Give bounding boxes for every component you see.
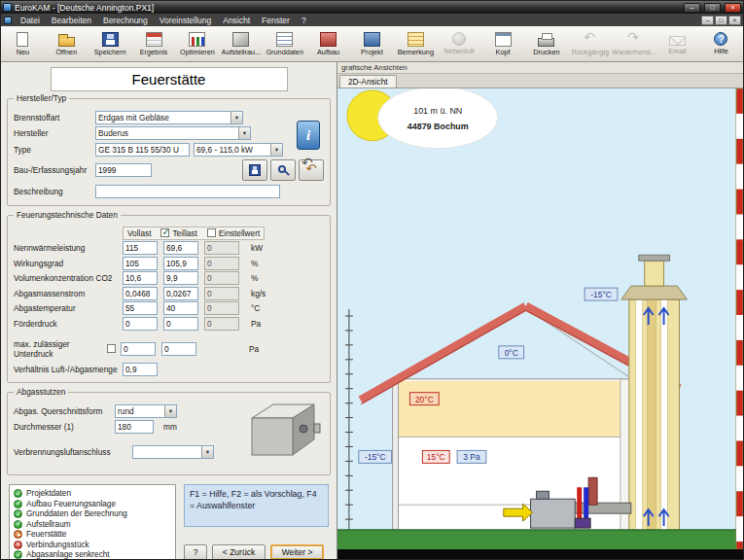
vollast-input[interactable] — [123, 287, 158, 300]
beschreibung-input[interactable] — [95, 185, 280, 198]
toolbar-button[interactable]: Bemerkung — [394, 26, 438, 61]
brennstoffart-select[interactable]: Erdgas mit Gebläse ▼ — [95, 111, 243, 124]
teillast-input[interactable] — [163, 317, 198, 331]
vollast-input[interactable] — [123, 317, 158, 331]
svg-text:15°C: 15°C — [427, 452, 445, 462]
toolbar-button[interactable]: Projekt — [350, 26, 394, 61]
menu-item[interactable]: Datei — [15, 14, 46, 26]
toolbar-button[interactable]: Speichern — [89, 26, 132, 61]
wizard-step[interactable]: Grunddaten der Berechnung — [14, 509, 171, 518]
unterdruck-input-1[interactable] — [121, 342, 156, 356]
teillast-header: Teillast — [172, 228, 196, 238]
durchmesser-input[interactable] — [115, 420, 154, 434]
chevron-down-icon[interactable]: ▼ — [270, 144, 282, 156]
temperature-label-outside: -15°C — [359, 450, 392, 463]
wizard-step[interactable]: Projektdaten — [14, 489, 171, 498]
chevron-down-icon[interactable]: ▼ — [238, 127, 250, 139]
toolbar-button[interactable]: Ergebnis — [132, 26, 176, 61]
minimize-button[interactable]: – — [684, 3, 700, 13]
toolbar-button[interactable]: Öffnen — [45, 26, 89, 61]
toolbar: Neu Öffnen Speichern Ergebnis Optimieren — [1, 26, 743, 62]
menu-item[interactable]: Bearbeiten — [46, 14, 97, 26]
help-button[interactable]: ? — [184, 544, 207, 559]
menu-item[interactable]: Berechnung — [97, 14, 154, 26]
unterdruck-input-2[interactable] — [161, 342, 196, 356]
back-button[interactable]: < Zurück — [212, 544, 266, 559]
unit-label: °C — [251, 303, 260, 313]
vollast-input[interactable] — [123, 301, 158, 315]
einstellwert-input — [204, 287, 239, 300]
mdi-close-button[interactable]: × — [728, 16, 741, 25]
hersteller-label: Hersteller — [14, 128, 91, 138]
step-status-icon — [14, 550, 22, 559]
wizard-step[interactable]: Abgasanlage senkrecht — [14, 550, 171, 559]
vollast-input[interactable] — [123, 271, 158, 285]
menu-item[interactable]: ? — [296, 14, 312, 26]
teillast-input[interactable] — [163, 287, 198, 300]
menu-item[interactable]: Ansicht — [217, 14, 256, 26]
teillast-input[interactable] — [163, 241, 198, 255]
view-tabs: 2D-Ansicht — [337, 74, 743, 88]
tab-2d-ansicht[interactable]: 2D-Ansicht — [339, 75, 397, 88]
save-record-button[interactable] — [242, 159, 267, 181]
next-button[interactable]: Weiter > — [270, 544, 324, 559]
toolbar-button[interactable]: Nebenluft — [438, 26, 481, 61]
chevron-down-icon[interactable]: ▼ — [230, 112, 242, 123]
teillast-checkbox[interactable] — [160, 228, 169, 237]
vollast-input[interactable] — [123, 257, 158, 270]
toolbar-button[interactable]: Wiederherst... — [612, 26, 655, 61]
svg-text:-15°C: -15°C — [590, 290, 612, 299]
toolbar-button[interactable]: Aufstellrau... — [219, 26, 263, 61]
mdi-minimize-button[interactable]: – — [701, 16, 714, 25]
room-icon — [232, 32, 249, 47]
unterdruck-checkbox[interactable] — [107, 344, 116, 353]
menu-item[interactable]: Fenster — [256, 14, 296, 26]
vollast-input[interactable] — [123, 241, 158, 255]
type-input[interactable] — [95, 143, 190, 157]
baujahr-input[interactable] — [95, 163, 152, 177]
toolbar-button[interactable]: Grunddaten — [263, 26, 306, 61]
teillast-input[interactable] — [163, 257, 198, 270]
wizard-step[interactable]: Aufbau Feuerungsanlage — [14, 500, 171, 508]
chevron-down-icon[interactable]: ▼ — [164, 405, 176, 417]
toolbar-button-label: Bemerkung — [398, 48, 434, 56]
toolbar-button-label: Kopf — [496, 48, 511, 56]
wizard-step[interactable]: Aufstellraum — [14, 520, 171, 529]
type-range-select[interactable]: 69,6 - 115,0 kW ▼ — [194, 143, 283, 157]
temperature-label-attic: 0°C — [499, 346, 524, 359]
close-button[interactable]: × — [725, 3, 741, 13]
menu-item[interactable]: Voreinstellung — [154, 14, 217, 26]
group-legend: Hersteller/Typ — [14, 93, 69, 103]
toolbar-button[interactable]: Hilfe — [699, 26, 743, 61]
wizard-step[interactable]: Feuerstätte — [14, 530, 171, 539]
hersteller-select[interactable]: Buderus ▼ — [95, 126, 251, 140]
verhaeltnis-input[interactable] — [123, 363, 158, 376]
toolbar-button[interactable]: Aufbau — [306, 26, 350, 61]
querschnittsform-select[interactable]: rund ▼ — [115, 404, 177, 418]
toolbar-button[interactable]: Drucken — [525, 26, 569, 61]
chevron-down-icon[interactable]: ▼ — [201, 446, 213, 458]
info-button[interactable]: i — [297, 121, 320, 150]
keyboard-hint-box: F1 = Hilfe, F2 = als Vorschlag, F4 = Aus… — [184, 484, 329, 527]
teillast-input[interactable] — [163, 271, 198, 285]
graphics-panel: grafische Ansichten 2D-Ansicht 101 m ü. … — [337, 62, 743, 559]
toolbar-button[interactable]: Rückgängig — [568, 26, 612, 61]
toolbar-button[interactable]: Optimieren — [176, 26, 220, 61]
step-label: Grunddaten der Berechnung — [26, 509, 127, 518]
wizard-step[interactable]: Verbindungsstück — [14, 541, 171, 549]
wizard-step-list: Projektdaten Aufbau Feuerungsanlage Grun… — [9, 484, 176, 559]
mdi-restore-button[interactable]: □ — [715, 16, 727, 25]
optimize-icon — [189, 32, 205, 47]
search-button[interactable] — [270, 159, 296, 181]
reset-button[interactable]: ↶ — [299, 159, 324, 181]
teillast-input[interactable] — [163, 301, 198, 315]
einstellwert-checkbox[interactable] — [207, 228, 216, 237]
unit-label: Pa — [249, 344, 259, 354]
group-abgasstutzen: Abgasstutzen Abgas. Querschnittsform run… — [7, 392, 331, 475]
unterdruck-label: max. zulässiger Unterdruck — [14, 339, 107, 359]
verbrennungsluftanschluss-select[interactable]: ▼ — [132, 445, 214, 459]
toolbar-button[interactable]: Email — [655, 26, 699, 61]
toolbar-button[interactable]: Neu — [1, 26, 45, 61]
maximize-button[interactable]: □ — [704, 3, 721, 13]
toolbar-button[interactable]: Kopf — [481, 26, 525, 61]
